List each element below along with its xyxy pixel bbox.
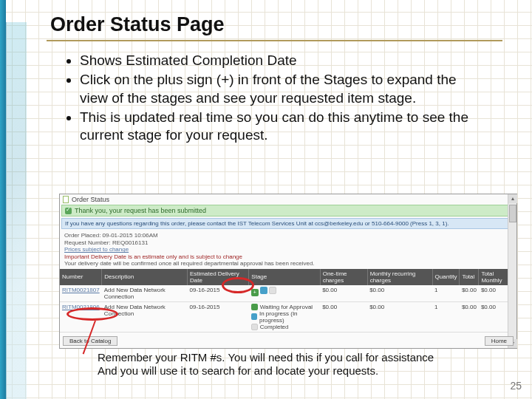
important-note: Important Delivery Date is an estimate o…	[64, 253, 242, 260]
stage-expand-icon[interactable]: +	[251, 289, 278, 296]
col-qty: Quantity	[432, 269, 460, 285]
stage-pending-icon	[251, 324, 258, 330]
bullet-item: Click on the plus sign (+) in front of t…	[80, 71, 486, 107]
table-row: RITM0021806 Add New Data Network Connect…	[60, 301, 516, 332]
bullet-item: Shows Estimated Completion Date	[80, 52, 486, 69]
col-description: Description	[102, 269, 188, 285]
cell-tot: $0.00	[460, 301, 479, 332]
order-placed-value: 09-01-2015 10:06AM	[103, 232, 158, 239]
slide: Order Status Page Shows Estimated Comple…	[0, 0, 532, 399]
bullet-item: This is updated real time so you can do …	[80, 109, 486, 145]
cell-stage: +	[249, 285, 320, 302]
request-value: REQ0016131	[112, 239, 148, 246]
success-banner: Thank you, your request has been submitt…	[61, 205, 515, 216]
col-onetime: One-time charges	[320, 269, 367, 285]
cell-desc: Add New Data Network Connection	[102, 285, 188, 302]
panel-title: Order Status	[72, 196, 109, 203]
back-to-catalog-button[interactable]: Back to Catalog	[63, 336, 117, 346]
info-banner: If you have any questions regarding this…	[61, 218, 515, 229]
scroll-thumb[interactable]	[509, 205, 516, 222]
scroll-up-icon[interactable]: ▴	[508, 194, 517, 203]
highlight-circle-stage	[222, 277, 254, 293]
cell-qty: 1	[432, 301, 460, 332]
stage-done-icon	[251, 304, 258, 310]
cell-date: 09-16-2015	[188, 301, 249, 332]
cell-one: $0.00	[320, 301, 367, 332]
document-icon	[63, 196, 69, 203]
remember-line1: Remember your RITM #s. You will need thi…	[98, 351, 482, 364]
button-bar: Back to Catalog Home	[63, 336, 514, 346]
cell-tot: $0.00	[460, 285, 479, 302]
cell-mon: $0.00	[367, 285, 432, 302]
title-underline	[47, 40, 502, 41]
cell-stage: Waiting for Approval In progress (In pro…	[249, 301, 320, 332]
home-button[interactable]: Home	[485, 336, 514, 346]
col-stage: Stage	[249, 269, 320, 285]
delivery-note: Your delivery date will be confirmed onc…	[64, 260, 315, 267]
slide-title: Order Status Page	[50, 13, 225, 36]
remember-line2: And you will use it to search for and lo…	[98, 364, 482, 378]
order-table: Number Description Estimated Delivery Da…	[60, 269, 516, 332]
left-accent-pattern	[6, 22, 27, 399]
success-text: Thank you, your request has been submitt…	[75, 207, 206, 214]
ritm-link[interactable]: RITM0021807	[60, 285, 102, 302]
bullet-list: Shows Estimated Completion Date Click on…	[65, 52, 486, 146]
prices-link[interactable]: Prices subject to change	[64, 246, 129, 253]
col-monthly: Monthly recurring charges	[367, 269, 432, 285]
stage-inprogress: In progress (In progress)	[259, 310, 318, 324]
panel-header: Order Status	[60, 194, 516, 205]
stage-completed: Completed	[260, 324, 289, 330]
col-number: Number	[60, 269, 102, 285]
order-meta: Order Placed: 09-01-2015 10:06AM Request…	[60, 231, 516, 269]
page-number: 25	[510, 380, 522, 392]
cell-mon: $0.00	[367, 301, 432, 332]
highlight-circle-ritm	[66, 307, 118, 321]
table-row: RITM0021807 Add New Data Network Connect…	[60, 285, 516, 302]
order-placed-label: Order Placed:	[64, 232, 100, 239]
cell-one: $0.00	[320, 285, 367, 302]
request-label: Request Number:	[64, 239, 111, 246]
col-total: Total	[460, 269, 479, 285]
cell-qty: 1	[432, 285, 460, 302]
check-icon	[65, 208, 72, 214]
scrollbar[interactable]: ▴ ▾	[508, 194, 516, 348]
table-header-row: Number Description Estimated Delivery Da…	[60, 269, 516, 285]
stage-current-icon	[251, 313, 257, 320]
stage-waiting: Waiting for Approval	[260, 304, 313, 310]
embedded-screenshot: ▴ ▾ Order Status Thank you, your request…	[59, 194, 517, 349]
left-accent-bar	[0, 0, 6, 399]
remember-note: Remember your RITM #s. You will need thi…	[98, 351, 482, 377]
